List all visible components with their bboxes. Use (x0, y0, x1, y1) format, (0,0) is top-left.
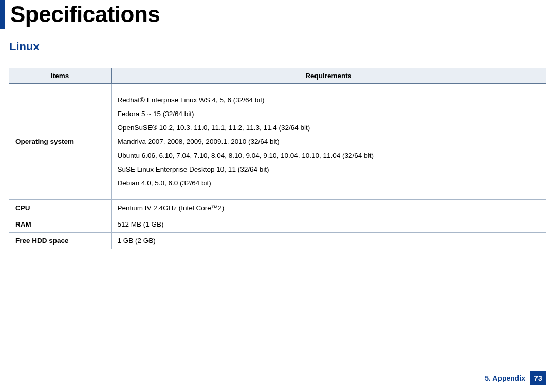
os-entry: Mandriva 2007, 2008, 2009, 2009.1, 2010 … (118, 135, 541, 148)
row-value-os: Redhat® Enterprise Linux WS 4, 5, 6 (32/… (111, 84, 546, 200)
footer-chapter: 5. Appendix (485, 374, 525, 382)
page-title: Specifications (10, 2, 160, 27)
row-label-cpu: CPU (9, 200, 111, 216)
row-label-ram: RAM (9, 216, 111, 233)
row-value-cpu: Pentium IV 2.4GHz (Intel Core™2) (111, 200, 546, 216)
os-list: Redhat® Enterprise Linux WS 4, 5, 6 (32/… (118, 88, 541, 195)
row-value-ram: 512 MB (1 GB) (111, 216, 546, 233)
specifications-table: Items Requirements Operating system Redh… (9, 68, 546, 249)
table-row: CPU Pentium IV 2.4GHz (Intel Core™2) (9, 200, 546, 216)
os-entry: SuSE Linux Enterprise Desktop 10, 11 (32… (118, 162, 541, 176)
table-row: RAM 512 MB (1 GB) (9, 216, 546, 233)
os-entry: Redhat® Enterprise Linux WS 4, 5, 6 (32/… (118, 93, 541, 107)
table-header-row: Items Requirements (9, 68, 546, 84)
row-label-hdd: Free HDD space (9, 233, 111, 249)
footer-page-number: 73 (530, 371, 546, 385)
header-items: Items (9, 68, 111, 84)
os-entry: Debian 4.0, 5.0, 6.0 (32/64 bit) (118, 176, 541, 190)
os-entry: Ubuntu 6.06, 6.10, 7.04, 7.10, 8.04, 8.1… (118, 148, 541, 162)
table-row: Free HDD space 1 GB (2 GB) (9, 233, 546, 249)
row-value-hdd: 1 GB (2 GB) (111, 233, 546, 249)
header-requirements: Requirements (111, 68, 546, 84)
page-footer: 5. Appendix 73 (485, 371, 546, 385)
title-area: Specifications (0, 0, 555, 29)
row-label-os: Operating system (9, 84, 111, 200)
table-row: Operating system Redhat® Enterprise Linu… (9, 84, 546, 200)
title-accent-bar (0, 0, 5, 29)
section-heading: Linux (9, 40, 555, 53)
os-entry: Fedora 5 ~ 15 (32/64 bit) (118, 107, 541, 121)
os-entry: OpenSuSE® 10.2, 10.3, 11.0, 11.1, 11.2, … (118, 121, 541, 135)
